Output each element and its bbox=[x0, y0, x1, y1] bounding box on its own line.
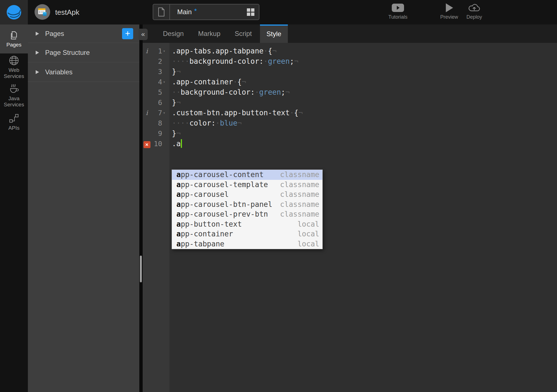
code-text: }¬ bbox=[170, 67, 181, 77]
fold-caret-icon[interactable]: ▾ bbox=[162, 77, 170, 87]
gutter-marker bbox=[143, 87, 151, 97]
fold-spacer bbox=[162, 128, 170, 139]
deploy-button[interactable]: Deploy bbox=[457, 2, 492, 20]
panel-section-pages-label: Pages bbox=[45, 30, 64, 38]
autocomplete-item-app-carousel-content[interactable]: app-carousel-contentclassname bbox=[172, 170, 322, 180]
tab-script[interactable]: Script bbox=[228, 24, 258, 43]
project-avatar[interactable] bbox=[35, 4, 50, 20]
tutorials-button[interactable]: Tutorials bbox=[381, 2, 415, 20]
chevron-right-icon bbox=[36, 70, 39, 74]
suggestion-type: classname bbox=[280, 170, 319, 180]
studio-app: testApk Main* Tutorials bbox=[0, 0, 557, 392]
line-number: 3 bbox=[151, 67, 162, 77]
fold-caret-icon[interactable]: ▾ bbox=[162, 108, 170, 118]
line-number: 1 bbox=[151, 46, 162, 56]
globe-icon bbox=[8, 55, 20, 66]
suggestion-type: classname bbox=[280, 209, 319, 219]
code-line-9: 9}¬ bbox=[143, 128, 303, 139]
suggestion-type: classname bbox=[280, 180, 319, 190]
text-cursor bbox=[181, 139, 182, 148]
code-line-10: ✕10.a bbox=[143, 139, 303, 149]
project-app-icon bbox=[35, 4, 50, 20]
fold-spacer bbox=[162, 118, 170, 128]
fold-caret-icon[interactable]: ▾ bbox=[162, 46, 170, 56]
suggestion-name: app-carousel-btn-panel bbox=[176, 200, 272, 210]
line-number: 10 bbox=[151, 139, 162, 149]
suggestion-type: classname bbox=[280, 190, 319, 200]
line-number: 7 bbox=[151, 108, 162, 118]
page-tab-main[interactable]: Main* bbox=[153, 4, 259, 20]
wave-logo-icon bbox=[6, 4, 22, 20]
panel-section-variables[interactable]: Variables bbox=[28, 62, 139, 82]
suggestion-type: local bbox=[298, 229, 319, 239]
suggestion-name: app-carousel-content bbox=[176, 170, 264, 180]
code-text: }¬ bbox=[170, 97, 181, 108]
editor-tab-bar: Design Markup Script Style bbox=[143, 24, 557, 43]
autocomplete-item-app-carousel[interactable]: app-carouselclassname bbox=[172, 190, 322, 200]
suggestion-name: app-button-text bbox=[176, 219, 242, 229]
gutter-marker bbox=[143, 118, 151, 128]
preview-label: Preview bbox=[440, 14, 458, 20]
gutter-marker bbox=[143, 97, 151, 108]
autocomplete-item-app-carousel-prev-btn[interactable]: app-carousel-prev-btnclassname bbox=[172, 209, 322, 219]
code-line-1: i1▾.app-tabs.app-tabpane·{¬ bbox=[143, 46, 303, 56]
rail-item-java-services[interactable]: Java Services bbox=[0, 82, 28, 108]
panel-resize-divider[interactable] bbox=[139, 24, 143, 392]
tutorials-label: Tutorials bbox=[388, 14, 407, 20]
api-nodes-icon bbox=[9, 113, 19, 124]
rail-label-java-services: Java Services bbox=[1, 95, 27, 107]
youtube-play-icon bbox=[391, 2, 404, 14]
autocomplete-item-app-carousel-template[interactable]: app-carousel-templateclassname bbox=[172, 180, 322, 190]
rail-item-apis[interactable]: APIs bbox=[0, 112, 28, 132]
rail-item-pages[interactable]: Pages bbox=[0, 24, 28, 53]
error-icon[interactable]: ✕ bbox=[143, 141, 150, 148]
gutter-marker bbox=[143, 77, 151, 87]
cloud-upload-icon bbox=[468, 2, 481, 14]
line-number: 2 bbox=[151, 56, 162, 67]
autocomplete-item-app-container[interactable]: app-containerlocal bbox=[172, 229, 322, 239]
code-line-2: 2····background-color:·green;¬ bbox=[143, 56, 303, 67]
code-text: ····background-color:·green;¬ bbox=[170, 56, 298, 67]
collapse-panel-button[interactable]: « bbox=[138, 29, 148, 40]
autocomplete-item-app-button-text[interactable]: app-button-textlocal bbox=[172, 219, 322, 229]
suggestion-type: classname bbox=[280, 200, 319, 210]
rail-label-apis: APIs bbox=[1, 125, 27, 131]
info-icon[interactable]: i bbox=[143, 108, 151, 118]
fold-spacer bbox=[162, 56, 170, 67]
autocomplete-item-app-tabpane[interactable]: app-tabpanelocal bbox=[172, 239, 322, 249]
code-text: .custom-btn.app-button-text·{¬ bbox=[170, 108, 303, 118]
panel-section-page-structure[interactable]: Page Structure bbox=[28, 43, 139, 62]
add-page-button[interactable]: + bbox=[122, 28, 133, 39]
info-icon[interactable]: i bbox=[143, 46, 151, 56]
editor-area: Design Markup Script Style i1▾.app-tabs.… bbox=[143, 24, 557, 392]
panel-section-variables-label: Variables bbox=[45, 68, 72, 76]
layout-grid-icon[interactable] bbox=[247, 8, 254, 16]
brand-logo-button[interactable] bbox=[0, 0, 28, 24]
tab-style[interactable]: Style bbox=[260, 24, 288, 43]
suggestion-type: local bbox=[298, 219, 319, 229]
fold-spacer bbox=[162, 139, 170, 149]
left-panel: Pages + Page Structure Variables bbox=[28, 24, 139, 392]
line-number: 9 bbox=[151, 128, 162, 139]
chevron-right-icon bbox=[36, 32, 39, 36]
autocomplete-item-app-carousel-btn-panel[interactable]: app-carousel-btn-panelclassname bbox=[172, 200, 322, 210]
tab-markup[interactable]: Markup bbox=[193, 24, 225, 43]
code-text: }¬ bbox=[170, 128, 181, 139]
chevron-right-icon bbox=[36, 51, 39, 55]
tab-design[interactable]: Design bbox=[158, 24, 189, 43]
code-lines: i1▾.app-tabs.app-tabpane·{¬2····backgrou… bbox=[143, 46, 303, 149]
suggestion-name: app-tabpane bbox=[176, 239, 224, 249]
rail-item-web-services[interactable]: Web Services bbox=[0, 55, 28, 79]
panel-section-pages[interactable]: Pages + bbox=[28, 24, 139, 43]
unsaved-changes-indicator: * bbox=[194, 7, 197, 15]
play-triangle-icon bbox=[445, 2, 454, 14]
pages-icon bbox=[9, 30, 19, 40]
style-code-editor[interactable]: i1▾.app-tabs.app-tabpane·{¬2····backgrou… bbox=[143, 43, 557, 392]
autocomplete-popup: app-carousel-contentclassnameapp-carouse… bbox=[172, 170, 323, 249]
code-text: .app-tabs.app-tabpane·{¬ bbox=[170, 46, 277, 56]
gutter-marker bbox=[143, 128, 151, 139]
fold-spacer bbox=[162, 97, 170, 108]
panel-scrollbar-thumb[interactable] bbox=[140, 256, 142, 282]
code-line-7: i7▾.custom-btn.app-button-text·{¬ bbox=[143, 108, 303, 118]
gutter-marker bbox=[143, 56, 151, 67]
